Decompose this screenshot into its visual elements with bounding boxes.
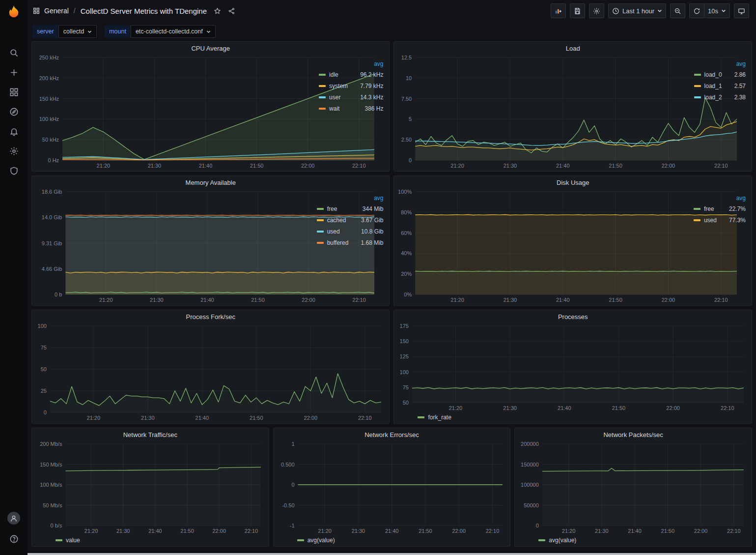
svg-text:21:30: 21:30 [148, 163, 162, 169]
help-icon[interactable] [3, 529, 25, 548]
cycle-view-button[interactable] [734, 3, 749, 18]
legend-item-idle[interactable]: idle96.2 kHz [319, 69, 383, 80]
search-icon[interactable] [3, 43, 25, 62]
legend-swatch-icon [694, 85, 701, 87]
chart-processes[interactable]: 507510012515017521:2021:3021:4021:5022:0… [397, 323, 747, 412]
chart-disk-usage[interactable]: 0%20%40%60%80%100%21:2021:3021:4021:5022… [397, 189, 687, 304]
legend-item-user[interactable]: user14.3 kHz [319, 91, 383, 103]
zoom-out-button[interactable] [670, 3, 685, 18]
svg-text:0.500: 0.500 [281, 462, 295, 467]
panel-title-disk-usage[interactable]: Disk Usage [394, 176, 752, 189]
share-icon[interactable] [228, 7, 235, 15]
variable-mount-dropdown[interactable]: etc-collectd-collectd.conf [131, 25, 216, 38]
svg-text:10: 10 [406, 75, 412, 81]
svg-text:22:10: 22:10 [485, 528, 499, 534]
panel-title-processes[interactable]: Processes [394, 310, 752, 323]
save-dashboard-button[interactable] [570, 3, 585, 18]
svg-text:21:50: 21:50 [250, 163, 264, 169]
svg-text:100000: 100000 [521, 482, 539, 488]
legend-label: system [329, 83, 348, 89]
panel-title-network-traffic[interactable]: Network Traffic/sec [32, 428, 269, 441]
svg-text:21:50: 21:50 [609, 163, 623, 169]
refresh-button[interactable] [689, 3, 704, 18]
panel-title-load[interactable]: Load [394, 42, 752, 55]
legend-item-fork_rate[interactable]: fork_rate [418, 412, 451, 422]
legend-item-buffered[interactable]: buffered1.68 Mib [317, 237, 384, 248]
legend-item-system[interactable]: system7.79 kHz [319, 80, 383, 91]
chart-network-packets[interactable]: 05000010000015000020000021:2021:3021:402… [518, 441, 747, 535]
panel-title-memory-available[interactable]: Memory Available [32, 176, 389, 189]
chart-memory-available[interactable]: 0 b4.66 Gib9.31 Gib14.0 Gib18.6 Gib21:20… [35, 189, 311, 304]
configuration-icon[interactable] [3, 142, 25, 160]
explore-icon[interactable] [3, 102, 25, 121]
add-panel-button[interactable] [551, 3, 566, 18]
svg-text:250 kHz: 250 kHz [39, 55, 59, 60]
breadcrumb-root[interactable]: General [44, 7, 69, 15]
panel-title-process-fork[interactable]: Process Fork/sec [32, 310, 389, 323]
svg-text:21:50: 21:50 [419, 528, 432, 534]
legend-label: used [327, 228, 340, 235]
panel-memory-available: Memory Available 0 b4.66 Gib9.31 Gib14.0… [31, 175, 390, 306]
apps-grid-icon [32, 7, 40, 15]
chart-cpu-average[interactable]: 0 Hz50 kHz100 kHz150 kHz200 kHz250 kHz21… [35, 55, 313, 170]
alerting-icon[interactable] [3, 122, 25, 141]
refresh-interval-picker[interactable]: 10s [704, 3, 730, 18]
svg-text:22:00: 22:00 [304, 415, 318, 421]
chart-load[interactable]: 02.5057.501012.521:2021:3021:4021:5022:0… [397, 55, 688, 170]
legend-network-packets: avg(value) [518, 535, 747, 545]
variable-mount-label: mount [105, 25, 131, 38]
chart-network-traffic[interactable]: 0 b/s50 Mb/s100 Mb/s150 Mb/s200 Mb/s21:2… [35, 441, 264, 535]
legend-value: 96.2 kHz [351, 71, 383, 78]
legend-swatch-icon [297, 539, 304, 541]
chart-process-fork[interactable]: 025507510021:2021:3021:4021:5022:0022:10 [35, 323, 384, 422]
svg-text:21:40: 21:40 [556, 297, 570, 303]
legend-item-avg(value)[interactable]: avg(value) [538, 535, 576, 545]
time-range-label: Last 1 hour [622, 7, 654, 15]
save-icon [574, 7, 581, 15]
legend-item-load_2[interactable]: load_22.38 [694, 91, 746, 103]
time-range-picker[interactable]: Last 1 hour [608, 3, 666, 18]
legend-swatch-icon [317, 231, 324, 233]
svg-text:21:40: 21:40 [628, 528, 642, 534]
svg-text:18.6 Gib: 18.6 Gib [42, 189, 62, 195]
legend-value: 2.57 [726, 83, 746, 89]
svg-text:21:20: 21:20 [97, 163, 111, 169]
legend-avg-header[interactable]: avg [694, 195, 746, 202]
dashboards-icon[interactable] [3, 83, 25, 101]
legend-disk-usage: avgfree22.7%used77.3% [688, 189, 747, 304]
star-icon[interactable] [214, 7, 221, 15]
panel-body: 02.5057.501012.521:2021:3021:4021:5022:0… [394, 55, 752, 171]
svg-text:22:10: 22:10 [721, 405, 735, 411]
legend-item-load_1[interactable]: load_12.57 [694, 80, 746, 91]
legend-item-free[interactable]: free22.7% [694, 203, 746, 214]
legend-label: avg(value) [549, 537, 576, 544]
legend-item-free[interactable]: free344 Mib [317, 203, 384, 214]
grafana-logo[interactable] [0, 0, 28, 23]
legend-avg-header[interactable]: avg [694, 60, 746, 67]
svg-text:5: 5 [409, 116, 412, 122]
legend-value: 1.68 Mib [352, 239, 383, 246]
legend-label: load_2 [704, 94, 722, 101]
panel-title-network-packets[interactable]: Network Packets/sec [515, 428, 752, 441]
legend-item-cached[interactable]: cached3.67 Gib [317, 214, 384, 226]
panel-title-text: Network Traffic/sec [123, 431, 177, 438]
legend-item-used[interactable]: used10.8 Gib [317, 226, 384, 237]
panel-title-network-errors[interactable]: Network Errors/sec [274, 428, 510, 441]
chart-network-errors[interactable]: -1-0.5000.500121:2021:3021:4021:5022:002… [277, 441, 505, 535]
legend-item-value[interactable]: value [56, 535, 80, 545]
legend-avg-header[interactable]: avg [319, 60, 383, 67]
legend-item-load_0[interactable]: load_02.86 [694, 69, 746, 80]
dashboard-settings-button[interactable] [589, 3, 604, 18]
legend-item-avg(value)[interactable]: avg(value) [297, 535, 335, 545]
user-avatar[interactable] [3, 509, 25, 527]
legend-label: avg(value) [308, 537, 335, 544]
create-icon[interactable] [3, 63, 25, 82]
legend-avg-header[interactable]: avg [317, 195, 384, 202]
svg-text:14.0 Gib: 14.0 Gib [42, 214, 62, 220]
panel-title-cpu-average[interactable]: CPU Average [32, 42, 389, 55]
admin-icon[interactable] [3, 161, 25, 180]
svg-text:21:40: 21:40 [556, 163, 570, 169]
legend-item-wait[interactable]: wait386 Hz [319, 103, 383, 114]
legend-item-used[interactable]: used77.3% [694, 214, 746, 226]
variable-server-dropdown[interactable]: collectd [58, 25, 97, 38]
